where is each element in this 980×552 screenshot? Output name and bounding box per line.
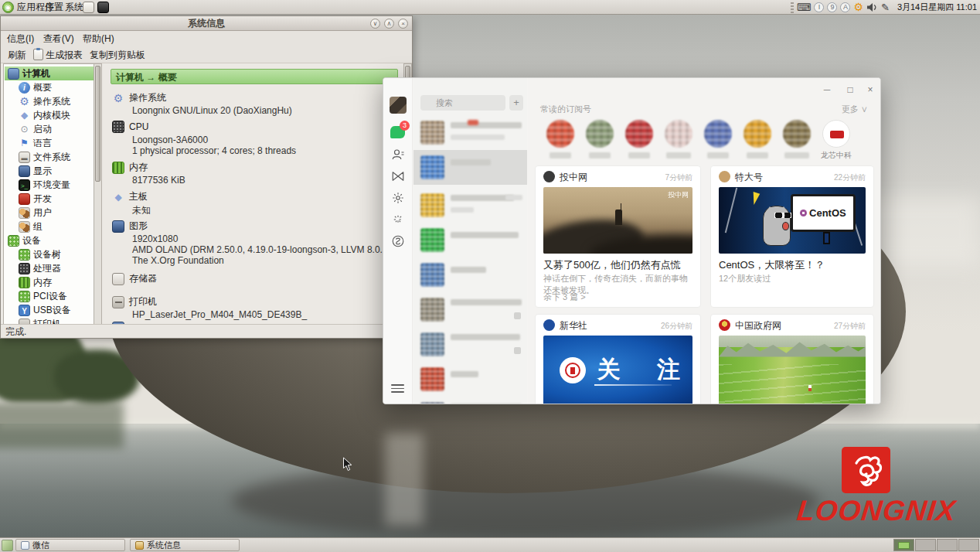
add-button[interactable]: + xyxy=(509,95,523,111)
chat-row[interactable] xyxy=(413,327,527,362)
workspace-4[interactable] xyxy=(958,539,979,551)
maximize-button[interactable]: ∧ xyxy=(384,19,394,29)
sidebar-item-computer[interactable]: 计算机 xyxy=(5,66,94,80)
minimize-button[interactable]: ∨ xyxy=(370,19,380,29)
graphics-resolution: 1920x1080 xyxy=(132,233,178,244)
sidebar-item-usb-devices[interactable]: YUSB设备 xyxy=(5,303,94,317)
mini-programs-icon[interactable] xyxy=(391,213,405,227)
close-button[interactable]: × xyxy=(862,83,879,97)
sysinfo-titlebar[interactable]: 系统信息 ∨ ∧ × xyxy=(1,16,412,31)
sidebar-item-pci-devices[interactable]: PCI设备 xyxy=(5,289,94,303)
chat-avatar xyxy=(420,121,444,145)
chat-row[interactable] xyxy=(413,362,527,397)
sidebar-item-env-vars[interactable]: >_环境变量 xyxy=(5,178,94,192)
article-card[interactable]: 投中网 7分钟前 投中网 又募了500亿，他们仍然有点慌 神话在倒下，传奇在消失… xyxy=(535,165,701,308)
menu-places[interactable]: 位置 xyxy=(43,0,65,15)
sidebar-item-device-tree[interactable]: 设备树 xyxy=(5,247,94,261)
article-card[interactable]: 新华社 26分钟前 关 注 xyxy=(535,314,701,404)
subscription-avatar-loongson[interactable] xyxy=(822,120,850,148)
show-desktop-button[interactable] xyxy=(2,540,13,551)
fcitx-config-icon[interactable]: ⚙ xyxy=(853,0,863,15)
tray-handle[interactable] xyxy=(791,2,794,13)
image-watermark: 投中网 xyxy=(668,190,689,200)
refresh-button[interactable]: 刷新 xyxy=(8,46,26,63)
settings-icon[interactable] xyxy=(391,191,405,205)
article-image[interactable]: 投中网 xyxy=(543,187,692,254)
subscription-avatar[interactable] xyxy=(783,120,811,148)
article-title[interactable]: 又募了500亿，他们仍然有点慌 xyxy=(543,258,692,272)
sidebar-item-processor[interactable]: 处理器 xyxy=(5,261,94,275)
close-button[interactable]: × xyxy=(398,19,408,29)
sidebar-item-os[interactable]: ⚙操作系统 xyxy=(5,94,94,108)
article-image[interactable] xyxy=(719,336,866,404)
pen-input-icon[interactable]: ✎ xyxy=(881,0,890,15)
task-sysinfo[interactable]: 系统信息 xyxy=(130,539,240,551)
distro-menu-icon[interactable]: ◉ xyxy=(2,2,14,13)
menu-system[interactable]: 系统 xyxy=(63,0,85,15)
more-link[interactable]: 更多 ∨ xyxy=(842,104,868,115)
maximize-button[interactable]: □ xyxy=(842,83,859,97)
scrollbar-thumb[interactable] xyxy=(95,66,100,182)
loongson-logo-icon xyxy=(830,131,844,138)
search-input[interactable] xyxy=(420,95,505,111)
terminal-launcher-icon[interactable] xyxy=(97,2,109,13)
workspace-3[interactable] xyxy=(937,539,958,551)
generate-report-button[interactable]: 生成报表 xyxy=(33,46,83,63)
workspace-1[interactable] xyxy=(893,539,914,551)
chat-row[interactable] xyxy=(413,397,527,404)
article-image[interactable]: 关 注 xyxy=(543,336,692,404)
sidebar-item-development[interactable]: 开发 xyxy=(5,192,94,206)
source-logo-icon xyxy=(719,319,730,331)
sidebar-item-users[interactable]: 用户 xyxy=(5,206,94,220)
article-card[interactable]: 特大号 22分钟前 CentOS CentOS，大限将至！？ 12个朋友读过 xyxy=(710,165,874,308)
channels-icon[interactable] xyxy=(391,169,405,183)
sidebar-item-filesystems[interactable]: ▬文件系统 xyxy=(5,150,94,164)
input-method-icon[interactable]: 9 xyxy=(827,2,837,12)
menu-info[interactable]: 信息(I) xyxy=(7,33,34,44)
search-tools-icon[interactable] xyxy=(391,234,405,248)
clock[interactable]: 3月14日星期四 11:01 xyxy=(897,2,977,13)
subscription-avatar[interactable] xyxy=(625,120,653,148)
menu-view[interactable]: 查看(V) xyxy=(43,33,74,44)
article-title[interactable]: CentOS，大限将至！？ xyxy=(719,258,866,272)
keyboard-icon[interactable]: ⌨ xyxy=(797,0,812,15)
sidebar-item-languages[interactable]: ⚑语言 xyxy=(5,136,94,150)
sidebar-item-groups[interactable]: 组 xyxy=(5,220,94,233)
chat-avatar xyxy=(420,228,444,252)
sidebar-item-boot[interactable]: ⊙启动 xyxy=(5,122,94,136)
text-editor-launcher-icon[interactable] xyxy=(83,2,94,13)
remaining-articles-link[interactable]: 余下 3 篇 > xyxy=(543,291,586,303)
sidebar-item-devices[interactable]: 设备 xyxy=(5,233,94,247)
subscription-avatar[interactable] xyxy=(546,120,574,148)
sidebar-item-kernel-modules[interactable]: ◆内核模块 xyxy=(5,108,94,122)
sidebar-item-memory[interactable]: 内存 xyxy=(5,275,94,289)
input-method-icon[interactable]: I xyxy=(814,2,824,12)
subscription-avatar[interactable] xyxy=(744,120,771,148)
menu-help[interactable]: 帮助(H) xyxy=(83,33,114,44)
user-avatar[interactable] xyxy=(390,97,407,114)
workspace-2[interactable] xyxy=(915,539,936,551)
chat-row[interactable] xyxy=(413,115,527,150)
sidebar-item-summary[interactable]: i概要 xyxy=(5,80,94,94)
article-image[interactable]: CentOS xyxy=(719,187,866,254)
chat-avatar xyxy=(420,367,444,391)
task-wechat[interactable]: 微信 xyxy=(15,539,125,551)
chat-row[interactable] xyxy=(413,292,527,327)
article-card[interactable]: 中国政府网 27分钟前 xyxy=(710,314,874,404)
subscription-avatar[interactable] xyxy=(665,120,692,148)
sidebar-item-display[interactable]: 显示 xyxy=(5,164,94,178)
volume-icon[interactable] xyxy=(866,2,878,12)
chat-row-selected[interactable] xyxy=(413,150,527,185)
sidebar-scrollbar[interactable] xyxy=(94,63,102,325)
subscription-avatar[interactable] xyxy=(704,120,732,148)
contacts-icon[interactable] xyxy=(391,148,405,162)
menu-icon[interactable] xyxy=(391,384,404,393)
minimize-button[interactable]: ─ xyxy=(818,83,835,97)
wallpaper-tree-reflection xyxy=(0,402,124,448)
chat-row[interactable] xyxy=(413,223,527,257)
copy-to-clipboard-button[interactable]: 复制到剪贴板 xyxy=(90,46,145,63)
chat-row[interactable] xyxy=(413,188,527,223)
chat-row[interactable] xyxy=(413,257,527,292)
subscription-avatar[interactable] xyxy=(586,120,614,148)
input-method-icon[interactable]: A xyxy=(840,2,850,12)
